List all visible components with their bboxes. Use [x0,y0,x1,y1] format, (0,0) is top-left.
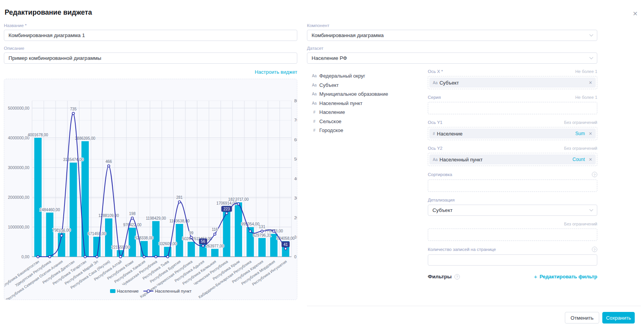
axis-y1-chip[interactable]: # Население Sum ✕ [429,129,596,139]
dataset-select[interactable]: Население РФ [307,53,597,64]
svg-text:99: 99 [189,231,194,235]
axis-y2-label: Ось Y2 [428,146,442,151]
axis-x-label: Ось X * [428,69,443,74]
svg-text:500: 500 [294,157,297,161]
axis-y1-dropzone[interactable]: # Население Sum ✕ [428,127,597,140]
y2-axis-ticks: 8007006005004003002001000 [294,98,297,259]
save-button[interactable]: Сохранить [602,312,635,324]
close-icon[interactable]: ✕ [633,11,638,17]
axis-x-dropzone[interactable]: Aa Субъект ✕ [428,76,597,89]
detail-select[interactable]: Субъект [428,205,597,216]
svg-text:131: 131 [259,225,265,229]
svg-text:0,00: 0,00 [22,254,30,259]
svg-text:263977,00: 263977,00 [206,244,224,248]
svg-text:3165474,00: 3165474,00 [63,158,83,162]
series-label: Серия [428,95,441,100]
aggregation-sum[interactable]: Sum [575,131,585,136]
svg-text:600: 600 [294,137,297,142]
dataset-value: Население РФ [312,55,347,61]
svg-text:466: 466 [105,159,112,164]
axis-x-constraint: Не более 1 [575,69,597,74]
remove-icon[interactable]: ✕ [589,131,592,136]
svg-text:Населенный пункт: Населенный пункт [155,289,192,293]
svg-text:4000000,00: 4000000,00 [8,136,30,140]
dataset-field-item[interactable]: #Городское [311,126,388,135]
chevron-down-icon [590,208,593,212]
aggregation-count[interactable]: Count [573,157,585,162]
number-field-icon: # [311,110,318,114]
bar [46,213,53,257]
description-label: Описание [4,46,297,51]
number-field-icon: # [311,119,318,124]
bar [34,138,42,257]
dataset-field-item[interactable]: #Население [311,108,388,117]
legend-item-population[interactable]: Население [110,289,139,293]
svg-text:223: 223 [224,207,230,211]
svg-text:1198429,00: 1198429,00 [146,216,166,220]
page-size-input[interactable] [428,254,597,266]
svg-text:198: 198 [129,212,136,216]
text-field-icon: Aa [311,74,318,78]
extra-dropzone[interactable] [428,229,597,241]
chevron-down-icon [590,33,593,37]
axis-y1-chip-label: Население [437,131,463,137]
svg-text:1000000,00: 1000000,00 [8,225,30,229]
help-icon[interactable]: ? [592,247,597,252]
dataset-field-item[interactable]: #Сельское [311,117,388,126]
svg-text:41: 41 [283,242,288,247]
svg-text:281: 281 [176,195,183,200]
dataset-field-item[interactable]: AaСубъект [311,81,388,90]
plus-icon: + [534,273,537,280]
bar [69,163,77,257]
bar [105,219,112,257]
text-field-icon: Aa [433,158,437,162]
help-icon[interactable]: ? [454,274,460,279]
cancel-button[interactable]: Отменить [565,312,599,324]
dataset-field-item[interactable]: AaМуниципальное образование [311,90,388,99]
component-value: Комбинированная диаграмма [312,32,384,38]
svg-text:976422,00: 976422,00 [123,223,142,227]
series-dropzone[interactable] [428,102,597,114]
axes-column: Ось X * Не более 1 Aa Субъект ✕ [428,69,597,280]
footer-divider [307,306,641,306]
svg-text:800: 800 [294,98,297,103]
remove-icon[interactable]: ✕ [589,80,592,85]
svg-text:4001678,00: 4001678,00 [28,133,48,137]
axis-x-chip-label: Субъект [439,80,459,86]
svg-text:271: 271 [235,197,242,202]
component-label: Компонент [307,23,597,28]
text-field-icon: Aa [311,92,318,96]
axis-y2-chip[interactable]: Aa Населенный пункт Count ✕ [429,154,596,164]
bar [235,202,242,257]
dataset-field-item[interactable]: AaФедеральный округ [311,71,388,81]
bar [152,221,159,257]
svg-text:221559,00: 221559,00 [111,245,130,249]
number-field-icon: # [433,132,435,136]
axis-x-chip[interactable]: Aa Субъект ✕ [429,78,596,88]
sorting-dropzone[interactable] [428,180,597,192]
svg-text:3886395,00: 3886395,00 [75,136,95,141]
description-input[interactable]: Пример комбинированной диаграммы [4,53,297,64]
page-title: Редактирование виджета [5,8,92,17]
configure-widget-link[interactable]: Настроить виджет [255,69,297,75]
axis-y2-dropzone[interactable]: Aa Населенный пункт Count ✕ [428,153,597,166]
dataset-fields-list: AaФедеральный округAaСубъектAaМуниципаль… [311,71,388,135]
svg-text:400: 400 [294,176,297,181]
sorting-label: Сортировка [428,172,452,177]
svg-text:629796,31: 629796,31 [253,233,271,237]
dataset-field-label: Федеральный округ [319,73,365,79]
extra-constraint: Без ограничений [564,222,597,226]
svg-text:108: 108 [58,229,65,233]
remove-icon[interactable]: ✕ [589,157,592,162]
edit-filter-link[interactable]: + Редактировать фильтр [534,273,597,280]
detail-value: Субъект [432,207,452,213]
right-column: Компонент Комбинированная диаграмма Дата… [307,23,597,285]
component-select[interactable]: Комбинированная диаграмма [307,30,597,41]
page-size-label: Количество записей на странице [428,247,496,252]
name-input[interactable]: Комбинированная диаграмма 1 [4,30,297,41]
number-field-icon: # [311,128,318,132]
dataset-field-item[interactable]: AaНаселенный пункт [311,99,388,108]
bar [258,238,266,257]
combo-chart: 5000000,004000000,003000000,002000000,00… [4,79,297,300]
help-icon[interactable]: ? [592,172,597,177]
